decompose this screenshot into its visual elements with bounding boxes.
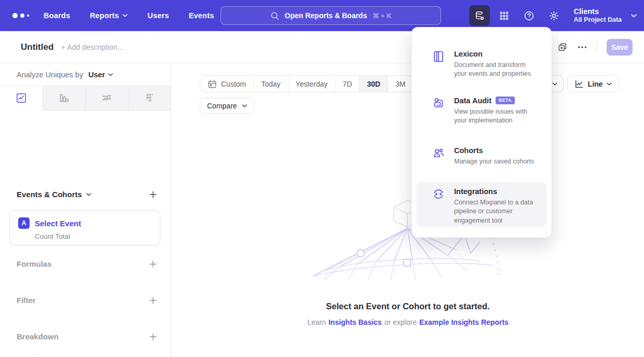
add-breakdown-button[interactable] (149, 333, 157, 341)
add-filter-button[interactable] (149, 296, 157, 305)
date-range-30d[interactable]: 30D (360, 76, 388, 92)
date-range-yesterday[interactable]: Yesterday (289, 76, 336, 92)
integrations-sync-icon (432, 188, 445, 200)
insights-basics-link[interactable]: Insights Basics (328, 318, 382, 326)
help-button[interactable] (519, 5, 540, 26)
date-range-control: Custom Today Yesterday 7D 30D 3M 6M (200, 75, 439, 92)
filter-label: Filter (17, 296, 36, 305)
chart-canvas: Custom Today Yesterday 7D 30D 3M 6M Comp… (172, 63, 644, 357)
search-shortcut: ⌘ + K (373, 12, 391, 20)
data-management-menu: Lexicon Document and transform your even… (412, 27, 552, 238)
gear-icon (549, 10, 559, 21)
analyze-uniques-dropdown[interactable]: Analyze Uniques by User (0, 63, 171, 86)
mixpanel-logo-icon[interactable] (12, 0, 29, 31)
navbar-right-cluster: Clients All Project Data (469, 0, 637, 31)
menu-item-lexicon[interactable]: Lexicon Document and transform your even… (417, 45, 546, 84)
project-switcher[interactable]: Clients All Project Data (574, 7, 622, 24)
metric-dots-icon (144, 92, 155, 104)
report-title[interactable]: Untitled (21, 31, 53, 63)
bar-chart-icon (58, 92, 70, 104)
plus-icon (149, 333, 157, 341)
chevron-down-icon (631, 14, 637, 18)
event-letter-badge: A (18, 217, 30, 229)
date-range-today[interactable]: Today (254, 76, 288, 92)
compare-dropdown[interactable]: Compare (200, 98, 254, 114)
event-row-card[interactable]: A Select Event Count Total (9, 210, 160, 245)
chevron-down-icon (242, 104, 247, 107)
select-event-label: Select Event (35, 219, 81, 228)
events-cohorts-header: Events & Cohorts (17, 190, 157, 199)
global-search-button[interactable]: Open Reports & Boards ⌘ + K (221, 6, 441, 25)
visualization-tabs (0, 86, 171, 111)
help-icon (524, 10, 535, 21)
more-options-button[interactable] (577, 42, 587, 52)
chevron-down-icon (122, 14, 128, 17)
date-range-3m[interactable]: 3M (388, 76, 413, 92)
count-total-label[interactable]: Count Total (35, 232, 152, 240)
tab-line-chart[interactable] (0, 86, 43, 111)
empty-state-subtext: Learn Insights Basics or explore Example… (172, 318, 644, 326)
add-formula-button[interactable] (149, 260, 157, 268)
chart-type-dropdown[interactable]: Line (567, 75, 619, 92)
copy-plus-icon (557, 42, 568, 52)
plus-icon (149, 296, 157, 305)
chevron-down-icon[interactable] (86, 193, 91, 196)
events-cohorts-title: Events & Cohorts (17, 190, 82, 199)
stacked-flow-icon (101, 92, 113, 104)
search-placeholder: Open Reports & Boards (285, 11, 367, 20)
or-explore-text: or explore (385, 318, 417, 326)
insights-report-page: Boards Reports Users Events Open Reports… (0, 0, 644, 357)
ellipsis-icon (577, 42, 587, 52)
date-range-7d[interactable]: 7D (335, 76, 360, 92)
apps-grid-button[interactable] (494, 5, 515, 26)
empty-state-heading: Select an Event or Cohort to get started… (172, 301, 644, 311)
beta-badge: BETA (496, 97, 515, 104)
duplicate-button[interactable] (557, 42, 568, 52)
menu-item-data-audit[interactable]: Data Audit BETA View possible issues wit… (417, 91, 546, 131)
data-audit-icon (432, 97, 445, 109)
date-range-custom[interactable]: Custom (200, 76, 254, 92)
grid-dots-icon (499, 11, 509, 21)
project-data-scope: All Project Data (574, 16, 622, 24)
nav-item-events[interactable]: Events (189, 11, 214, 20)
plus-icon (149, 190, 157, 199)
chevron-down-icon (607, 83, 612, 86)
search-icon (270, 11, 279, 20)
menu-item-cohorts[interactable]: Cohorts Manage your saved cohorts (417, 141, 546, 171)
formulas-label: Formulas (17, 259, 52, 268)
breakdown-label: Breakdown (17, 332, 59, 341)
chevron-down-icon (108, 73, 113, 76)
add-event-button[interactable] (149, 190, 157, 199)
tab-bar-chart[interactable] (43, 86, 86, 111)
project-switcher-chevron[interactable] (631, 14, 637, 18)
chevron-down-icon (552, 83, 557, 86)
lexicon-book-icon (432, 50, 445, 63)
menu-item-integrations[interactable]: Integrations Connect Mixpanel to a data … (417, 182, 546, 227)
formulas-section: Formulas (17, 259, 157, 268)
primary-nav: Boards Reports Users Events (44, 0, 214, 31)
nav-item-users[interactable]: Users (147, 11, 169, 20)
data-management-button[interactable] (469, 5, 490, 26)
report-actions: Save (557, 31, 633, 63)
filter-section: Filter (17, 296, 157, 305)
learn-prefix: Learn (307, 318, 326, 326)
query-builder-sidebar: Analyze Uniques by User (0, 63, 171, 357)
cohorts-people-icon (432, 147, 445, 159)
tab-stacked-chart[interactable] (86, 86, 129, 111)
save-button[interactable]: Save (607, 39, 633, 56)
top-navbar: Boards Reports Users Events Open Reports… (0, 0, 644, 31)
nav-item-reports[interactable]: Reports (90, 11, 128, 20)
line-chart-icon (16, 92, 27, 104)
plus-icon (149, 260, 157, 268)
analyze-value: User (88, 71, 105, 79)
tab-metric-chart[interactable] (129, 86, 171, 111)
line-chart-icon (574, 79, 584, 89)
nav-item-boards[interactable]: Boards (44, 11, 70, 20)
breakdown-section: Breakdown (17, 332, 157, 341)
analyze-label: Analyze Uniques by (17, 71, 83, 79)
settings-button[interactable] (544, 5, 565, 26)
header-divider (597, 40, 597, 54)
report-description-placeholder[interactable]: + Add description... (61, 31, 123, 63)
example-insights-reports-link[interactable]: Example Insights Reports (419, 318, 509, 326)
project-name: Clients (574, 7, 622, 16)
